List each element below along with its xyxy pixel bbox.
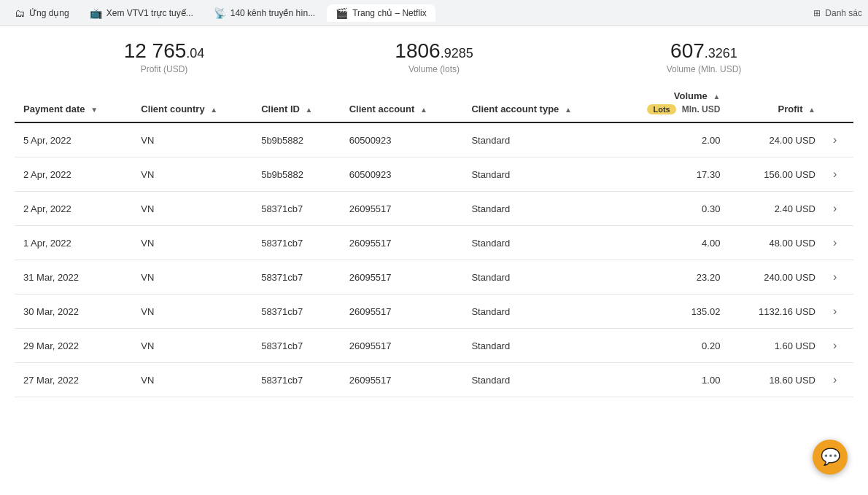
cell-country: VN	[132, 295, 252, 329]
cell-profit: 2.40 USD	[729, 192, 824, 226]
cell-account: 26095517	[341, 192, 463, 226]
tab-140k[interactable]: 📡 140 kênh truyền hìn...	[205, 4, 324, 22]
table-row: 2 Apr, 2022VN5b9b588260500923Standard17.…	[15, 157, 853, 192]
sort-client-account-icon[interactable]	[420, 106, 427, 114]
cell-client-id: 58371cb7	[252, 329, 341, 363]
table-header-row: Payment date Client country Client ID Cl…	[15, 83, 853, 122]
stat-volume-lots: 1806.9285 Volume (lots)	[299, 39, 569, 74]
cell-profit: 1132.16 USD	[729, 295, 824, 329]
col-client-id-label: Client ID	[261, 104, 300, 114]
tab-140k-label: 140 kênh truyền hìn...	[230, 8, 315, 18]
cell-profit: 24.00 USD	[729, 122, 824, 157]
cell-expand[interactable]: ›	[824, 192, 853, 226]
col-client-id[interactable]: Client ID	[252, 83, 341, 122]
cell-profit: 156.00 USD	[729, 157, 824, 192]
cell-date: 1 Apr, 2022	[15, 226, 132, 260]
sort-client-country-icon[interactable]	[210, 106, 217, 114]
stat-profit: 12 765.04 Profit (USD)	[29, 39, 299, 74]
cell-volume: 0.30	[613, 192, 729, 226]
cell-country: VN	[132, 329, 252, 363]
cell-account-type: Standard	[462, 329, 613, 363]
cell-account: 26095517	[341, 295, 463, 329]
grid-icon: ⊞	[813, 8, 821, 18]
cell-volume: 17.30	[613, 157, 729, 192]
top-right-menu[interactable]: ⊞ Danh sác	[813, 8, 862, 18]
volume-mln-label: Volume (Mln. USD)	[569, 64, 839, 74]
main-table-container: Payment date Client country Client ID Cl…	[0, 83, 868, 397]
col-client-account-type-label: Client account type	[471, 104, 559, 114]
sort-volume-icon[interactable]	[713, 93, 720, 101]
cell-account: 26095517	[341, 329, 463, 363]
channel-icon: 📡	[214, 7, 226, 19]
table-row: 2 Apr, 2022VN58371cb726095517Standard0.3…	[15, 192, 853, 226]
table-row: 5 Apr, 2022VN5b9b588260500923Standard2.0…	[15, 122, 853, 157]
tab-app[interactable]: 🗂 Ứng dụng	[6, 4, 78, 22]
cell-expand[interactable]: ›	[824, 226, 853, 260]
volume-lots-main: 1806	[395, 39, 440, 62]
cell-date: 5 Apr, 2022	[15, 122, 132, 157]
col-client-account-type[interactable]: Client account type	[462, 83, 613, 122]
mln-label: Mln. USD	[682, 104, 721, 114]
cell-volume: 23.20	[613, 260, 729, 295]
table-row: 29 Mar, 2022VN58371cb726095517Standard0.…	[15, 329, 853, 363]
table-row: 27 Mar, 2022VN58371cb726095517Standard1.…	[15, 363, 853, 397]
col-profit[interactable]: Profit	[729, 83, 824, 122]
expand-icon[interactable]: ›	[833, 236, 837, 249]
cell-account: 60500923	[341, 157, 463, 192]
col-volume[interactable]: Volume Lots Mln. USD	[613, 83, 729, 122]
stats-bar: 12 765.04 Profit (USD) 1806.9285 Volume …	[0, 26, 868, 83]
sort-client-id-icon[interactable]	[306, 106, 313, 114]
cell-volume: 135.02	[613, 295, 729, 329]
sort-payment-date-icon[interactable]	[90, 106, 98, 114]
cell-profit: 18.60 USD	[729, 363, 824, 397]
col-payment-date[interactable]: Payment date	[15, 83, 132, 122]
tab-netflix-label: Trang chủ – Netflix	[352, 8, 427, 18]
profit-value: 12 765.04	[29, 39, 299, 63]
sort-profit-icon[interactable]	[808, 106, 815, 114]
cell-country: VN	[132, 260, 252, 295]
expand-icon[interactable]: ›	[833, 270, 837, 283]
cell-date: 27 Mar, 2022	[15, 363, 132, 397]
cell-expand[interactable]: ›	[824, 260, 853, 295]
expand-icon[interactable]: ›	[833, 305, 837, 317]
cell-date: 31 Mar, 2022	[15, 260, 132, 295]
expand-icon[interactable]: ›	[833, 202, 837, 214]
cell-expand[interactable]: ›	[824, 122, 853, 157]
cell-account: 26095517	[341, 226, 463, 260]
cell-volume: 4.00	[613, 226, 729, 260]
cell-expand[interactable]: ›	[824, 295, 853, 329]
sort-client-account-type-icon[interactable]	[565, 106, 572, 114]
cell-account-type: Standard	[462, 157, 613, 192]
cell-account: 60500923	[341, 122, 463, 157]
cell-country: VN	[132, 157, 252, 192]
expand-icon[interactable]: ›	[833, 373, 837, 386]
cell-expand[interactable]: ›	[824, 363, 853, 397]
cell-country: VN	[132, 122, 252, 157]
lots-badge: Lots	[647, 104, 675, 114]
tab-netflix[interactable]: 🎬 Trang chủ – Netflix	[327, 4, 435, 22]
table-row: 1 Apr, 2022VN58371cb726095517Standard4.0…	[15, 226, 853, 260]
col-client-account[interactable]: Client account	[341, 83, 463, 122]
col-client-account-label: Client account	[349, 104, 415, 114]
expand-icon[interactable]: ›	[833, 133, 837, 146]
cell-volume: 1.00	[613, 363, 729, 397]
profit-label: Profit (USD)	[29, 64, 299, 74]
cell-expand[interactable]: ›	[824, 329, 853, 363]
volume-lots-label: Volume (lots)	[299, 64, 569, 74]
stat-volume-mln: 607.3261 Volume (Mln. USD)	[569, 39, 839, 74]
cell-profit: 48.00 USD	[729, 226, 824, 260]
expand-icon[interactable]: ›	[833, 339, 837, 351]
data-table: Payment date Client country Client ID Cl…	[15, 83, 853, 397]
expand-icon[interactable]: ›	[833, 168, 837, 180]
cell-expand[interactable]: ›	[824, 157, 853, 192]
cell-date: 29 Mar, 2022	[15, 329, 132, 363]
cell-account: 26095517	[341, 363, 463, 397]
netflix-icon: 🎬	[336, 7, 348, 19]
volume-mln-main: 607	[670, 39, 705, 62]
cell-date: 30 Mar, 2022	[15, 295, 132, 329]
profit-decimal: .04	[186, 46, 204, 61]
tab-vtv1[interactable]: 📺 Xem VTV1 trực tuyế...	[81, 4, 202, 22]
col-client-country[interactable]: Client country	[132, 83, 252, 122]
top-right-label: Danh sác	[825, 8, 862, 18]
cell-client-id: 5b9b5882	[252, 157, 341, 192]
